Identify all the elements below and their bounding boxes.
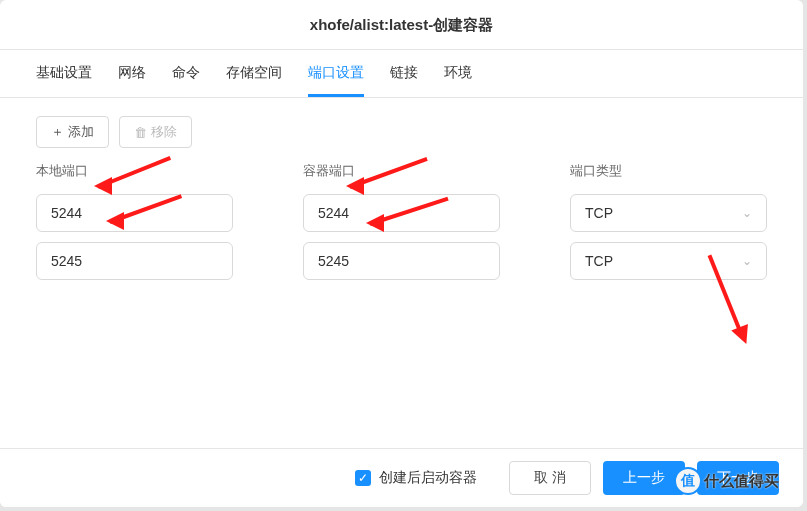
port-type-header: 端口类型 bbox=[570, 162, 767, 180]
table-row: TCP ⌄ bbox=[570, 194, 767, 232]
remove-label: 移除 bbox=[151, 123, 177, 141]
table-row: TCP ⌄ bbox=[570, 242, 767, 280]
trash-icon: 🗑 bbox=[134, 125, 147, 140]
select-value: TCP bbox=[585, 253, 613, 269]
local-port-input[interactable] bbox=[36, 242, 233, 280]
port-type-select[interactable]: TCP ⌄ bbox=[570, 242, 767, 280]
tabs: 基础设置 网络 命令 存储空间 端口设置 链接 环境 bbox=[0, 50, 803, 98]
watermark-text: 什么值得买 bbox=[704, 472, 779, 491]
tab-basic[interactable]: 基础设置 bbox=[36, 50, 92, 97]
port-type-select[interactable]: TCP ⌄ bbox=[570, 194, 767, 232]
remove-button[interactable]: 🗑 移除 bbox=[119, 116, 192, 148]
tab-ports[interactable]: 端口设置 bbox=[308, 50, 364, 97]
toolbar: ＋ 添加 🗑 移除 bbox=[0, 98, 803, 162]
col-type: 端口类型 TCP ⌄ TCP ⌄ bbox=[570, 162, 767, 448]
col-container: 容器端口 bbox=[303, 162, 500, 448]
table-row bbox=[36, 242, 233, 280]
container-port-input[interactable] bbox=[303, 194, 500, 232]
prev-button[interactable]: 上一步 bbox=[603, 461, 685, 495]
container-port-header: 容器端口 bbox=[303, 162, 500, 180]
chevron-down-icon: ⌄ bbox=[742, 206, 752, 220]
select-value: TCP bbox=[585, 205, 613, 221]
col-local: 本地端口 bbox=[36, 162, 233, 448]
table-row bbox=[303, 194, 500, 232]
watermark: 值 什么值得买 bbox=[674, 467, 779, 495]
chevron-down-icon: ⌄ bbox=[742, 254, 752, 268]
check-icon: ✓ bbox=[355, 470, 371, 486]
plus-icon: ＋ bbox=[51, 123, 64, 141]
tab-command[interactable]: 命令 bbox=[172, 50, 200, 97]
port-table: 本地端口 容器端口 端口类型 TCP ⌄ bbox=[0, 162, 803, 448]
create-container-dialog: xhofe/alist:latest-创建容器 基础设置 网络 命令 存储空间 … bbox=[0, 0, 803, 507]
local-port-input[interactable] bbox=[36, 194, 233, 232]
local-port-header: 本地端口 bbox=[36, 162, 233, 180]
tab-network[interactable]: 网络 bbox=[118, 50, 146, 97]
tab-storage[interactable]: 存储空间 bbox=[226, 50, 282, 97]
table-row bbox=[303, 242, 500, 280]
start-after-create-checkbox[interactable]: ✓ 创建后启动容器 bbox=[355, 469, 477, 487]
add-label: 添加 bbox=[68, 123, 94, 141]
checkbox-label: 创建后启动容器 bbox=[379, 469, 477, 487]
add-button[interactable]: ＋ 添加 bbox=[36, 116, 109, 148]
tab-links[interactable]: 链接 bbox=[390, 50, 418, 97]
tab-env[interactable]: 环境 bbox=[444, 50, 472, 97]
dialog-title: xhofe/alist:latest-创建容器 bbox=[0, 0, 803, 50]
table-row bbox=[36, 194, 233, 232]
cancel-button[interactable]: 取 消 bbox=[509, 461, 591, 495]
watermark-badge: 值 bbox=[674, 467, 702, 495]
container-port-input[interactable] bbox=[303, 242, 500, 280]
